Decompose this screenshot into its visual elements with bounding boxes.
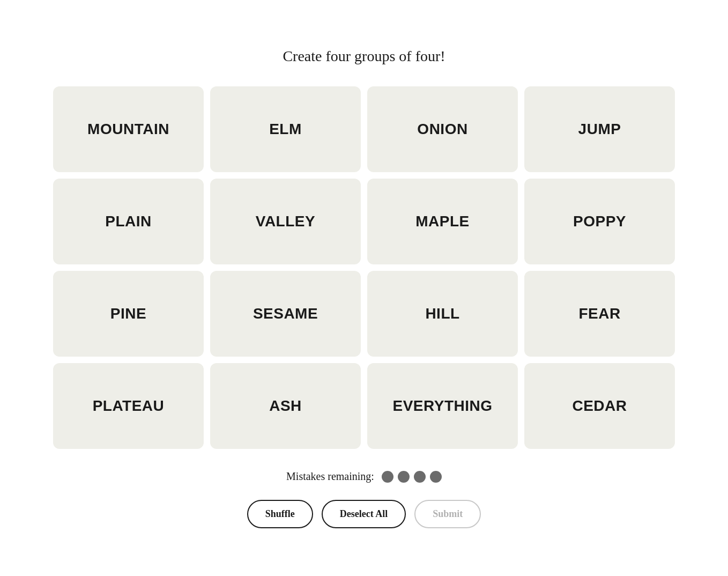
- card-text-maple: MAPLE: [415, 213, 470, 230]
- card-text-plateau: PLATEAU: [93, 397, 165, 415]
- card-text-sesame: SESAME: [253, 305, 318, 322]
- mistakes-remaining-row: Mistakes remaining:: [286, 470, 442, 483]
- card-plateau[interactable]: PLATEAU: [53, 363, 204, 449]
- mistake-dot-1: [382, 471, 393, 483]
- mistake-dot-2: [398, 471, 410, 483]
- card-valley[interactable]: VALLEY: [210, 179, 361, 264]
- card-text-cedar: CEDAR: [572, 397, 627, 415]
- deselect-all-button[interactable]: Deselect All: [322, 500, 406, 528]
- card-text-pine: PINE: [110, 305, 146, 322]
- card-text-hill: HILL: [425, 305, 459, 322]
- card-plain[interactable]: PLAIN: [53, 179, 204, 264]
- shuffle-button[interactable]: Shuffle: [247, 500, 313, 528]
- mistakes-label: Mistakes remaining:: [286, 470, 374, 483]
- mistake-dot-4: [430, 471, 442, 483]
- subtitle: Create four groups of four!: [283, 48, 445, 65]
- card-text-jump: JUMP: [578, 121, 621, 138]
- card-ash[interactable]: ASH: [210, 363, 361, 449]
- card-onion[interactable]: ONION: [367, 86, 518, 172]
- card-text-valley: VALLEY: [256, 213, 315, 230]
- card-text-plain: PLAIN: [105, 213, 152, 230]
- card-poppy[interactable]: POPPY: [524, 179, 675, 264]
- card-text-mountain: MOUNTAIN: [87, 121, 169, 138]
- card-text-fear: FEAR: [578, 305, 620, 322]
- card-text-poppy: POPPY: [573, 213, 626, 230]
- card-jump[interactable]: JUMP: [524, 86, 675, 172]
- card-elm[interactable]: ELM: [210, 86, 361, 172]
- card-maple[interactable]: MAPLE: [367, 179, 518, 264]
- card-everything[interactable]: EVERYTHING: [367, 363, 518, 449]
- card-text-elm: ELM: [269, 121, 302, 138]
- mistake-dot-3: [414, 471, 426, 483]
- word-grid: MOUNTAINELMONIONJUMPPLAINVALLEYMAPLEPOPP…: [53, 86, 675, 449]
- card-text-ash: ASH: [269, 397, 302, 415]
- card-hill[interactable]: HILL: [367, 271, 518, 357]
- card-fear[interactable]: FEAR: [524, 271, 675, 357]
- card-text-onion: ONION: [417, 121, 467, 138]
- card-text-everything: EVERYTHING: [393, 397, 493, 415]
- mistakes-dots: [382, 471, 442, 483]
- action-buttons-row: Shuffle Deselect All Submit: [247, 500, 481, 528]
- card-sesame[interactable]: SESAME: [210, 271, 361, 357]
- card-cedar[interactable]: CEDAR: [524, 363, 675, 449]
- game-container: Create four groups of four! MOUNTAINELMO…: [42, 26, 686, 550]
- card-mountain[interactable]: MOUNTAIN: [53, 86, 204, 172]
- card-pine[interactable]: PINE: [53, 271, 204, 357]
- submit-button: Submit: [414, 500, 481, 528]
